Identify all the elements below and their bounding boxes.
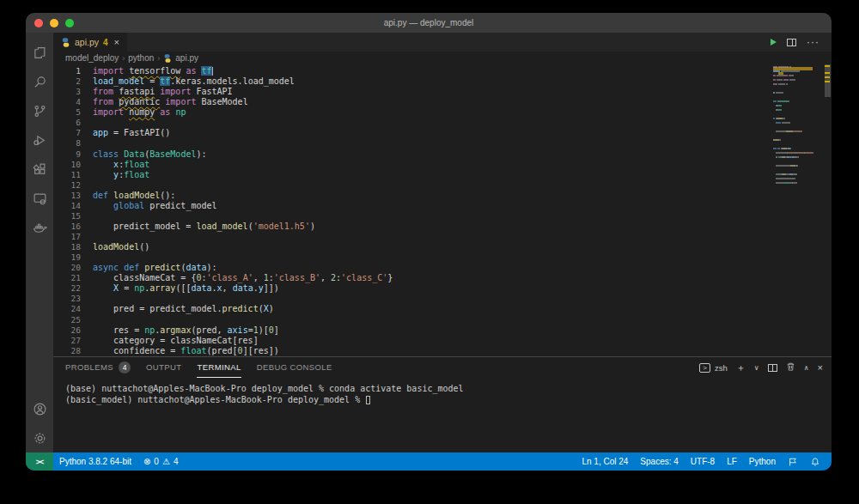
line-number: 27 bbox=[53, 336, 81, 346]
minimap[interactable] bbox=[773, 66, 823, 186]
tab-debug-console[interactable]: DEBUG CONSOLE bbox=[257, 357, 332, 378]
problems-summary[interactable]: ⊗ 0 ⚠ 4 bbox=[137, 452, 184, 471]
terminal-cursor bbox=[366, 396, 370, 404]
tab-bar: api.py 4 × ··· bbox=[53, 33, 832, 52]
code-line[interactable]: 22 X = np.array([[data.x, data.y]]) bbox=[53, 283, 832, 294]
more-actions-icon[interactable]: ··· bbox=[807, 39, 819, 46]
python-interpreter-selector[interactable]: Python 3.8.2 64-bit bbox=[53, 452, 137, 471]
code-line[interactable]: 24 pred = predict_model.predict(X) bbox=[53, 304, 832, 314]
remote-indicator[interactable]: >< bbox=[26, 452, 53, 471]
minimize-window-button[interactable] bbox=[50, 19, 58, 27]
maximize-panel-icon[interactable]: ∧ bbox=[804, 363, 809, 373]
code-line[interactable]: 28 confidence = float(pred[0][res]) bbox=[53, 346, 832, 356]
breadcrumb-folder[interactable]: model_deploy bbox=[65, 53, 119, 63]
code-line[interactable]: 6 bbox=[53, 118, 832, 128]
code-line[interactable]: 14 global predict_model bbox=[53, 201, 832, 211]
tab-terminal[interactable]: TERMINAL bbox=[197, 357, 241, 378]
tab-problems[interactable]: PROBLEMS 4 bbox=[65, 357, 131, 378]
encoding-setting[interactable]: UTF-8 bbox=[685, 452, 721, 471]
line-number: 2 bbox=[53, 76, 81, 87]
line-number: 4 bbox=[53, 97, 81, 107]
terminal-output[interactable]: (base) nuttachot@Apples-MacBook-Pro depl… bbox=[53, 378, 832, 452]
line-number: 13 bbox=[53, 191, 81, 201]
error-count: 0 bbox=[154, 457, 159, 466]
code-line[interactable]: 8 bbox=[53, 138, 832, 149]
run-and-debug-icon[interactable] bbox=[26, 125, 53, 155]
warnings-icon: ⚠ bbox=[162, 457, 170, 466]
line-number: 21 bbox=[53, 273, 81, 283]
kill-terminal-icon[interactable] bbox=[786, 360, 795, 375]
line-number: 5 bbox=[53, 107, 81, 118]
panel-header: PROBLEMS 4 OUTPUT TERMINAL DEBUG CONSOLE… bbox=[53, 357, 832, 378]
line-number: 16 bbox=[53, 222, 81, 232]
code-line[interactable]: 4from pydantic import BaseModel bbox=[53, 97, 832, 107]
eol-setting[interactable]: LF bbox=[721, 452, 743, 471]
code-line[interactable]: 27 category = classNameCat[res] bbox=[53, 336, 832, 346]
code-editor[interactable]: 1import tensorflow as tf2load_model = tf… bbox=[53, 64, 832, 356]
code-line[interactable]: 10 x:float bbox=[53, 160, 832, 170]
line-number: 8 bbox=[53, 138, 81, 149]
language-mode[interactable]: Python bbox=[743, 452, 782, 471]
close-window-button[interactable] bbox=[34, 19, 43, 27]
code-line[interactable]: 11 y:float bbox=[53, 170, 832, 180]
code-line[interactable]: 17 bbox=[53, 232, 832, 242]
feedback-icon[interactable] bbox=[782, 452, 804, 471]
code-line[interactable]: 13def loadModel(): bbox=[53, 191, 832, 201]
tab-api-py[interactable]: api.py 4 × bbox=[53, 33, 127, 52]
overview-ruler[interactable] bbox=[824, 64, 832, 356]
code-line[interactable]: 25 bbox=[53, 315, 832, 325]
window-title: api.py — deploy_model bbox=[384, 18, 474, 27]
tab-output[interactable]: OUTPUT bbox=[146, 357, 181, 378]
code-line[interactable]: 15 bbox=[53, 211, 832, 222]
code-line[interactable]: 26 res = np.argmax(pred, axis=1)[0] bbox=[53, 325, 832, 336]
code-line[interactable]: 5import numpy as np bbox=[53, 107, 832, 118]
code-line[interactable]: 16 predict_model = load_model('model1.h5… bbox=[53, 222, 832, 232]
code-line[interactable]: 9class Data(BaseModel): bbox=[53, 149, 832, 160]
account-icon[interactable] bbox=[26, 394, 53, 423]
docker-icon[interactable] bbox=[26, 213, 53, 242]
code-line[interactable]: 20async def predict(data): bbox=[53, 263, 832, 273]
code-line[interactable]: 19 bbox=[53, 252, 832, 263]
line-number: 23 bbox=[53, 294, 81, 304]
tab-close-icon[interactable]: × bbox=[114, 37, 119, 47]
close-panel-icon[interactable]: × bbox=[818, 363, 823, 373]
code-line[interactable]: 21 classNameCat = {0:'class_A', 1:'class… bbox=[53, 273, 832, 283]
line-number: 12 bbox=[53, 180, 81, 191]
line-number: 24 bbox=[53, 304, 81, 314]
zoom-window-button[interactable] bbox=[65, 19, 74, 27]
breadcrumb-separator: › bbox=[157, 54, 160, 63]
breadcrumb-subfolder[interactable]: python bbox=[128, 53, 154, 63]
terminal-dropdown-chevron-icon[interactable]: ∨ bbox=[754, 363, 759, 373]
new-terminal-icon[interactable]: ＋ bbox=[736, 363, 746, 373]
code-line[interactable]: 23 bbox=[53, 294, 832, 304]
terminal-line: (base) nuttachot@Apples-MacBook-Pro depl… bbox=[65, 384, 832, 395]
code-line[interactable]: 18loadModel() bbox=[53, 242, 832, 252]
line-number: 26 bbox=[53, 325, 81, 336]
run-python-file-icon[interactable] bbox=[771, 39, 777, 46]
title-bar: api.py — deploy_model bbox=[26, 13, 832, 33]
code-line[interactable]: 12 bbox=[53, 180, 832, 191]
indentation-setting[interactable]: Spaces: 4 bbox=[634, 452, 684, 471]
line-number: 3 bbox=[53, 87, 81, 97]
code-line[interactable]: 2load_model = tf.keras.models.load_model bbox=[53, 76, 832, 87]
split-editor-icon[interactable] bbox=[787, 39, 796, 46]
extensions-icon[interactable] bbox=[26, 155, 53, 184]
settings-gear-icon[interactable] bbox=[26, 423, 53, 452]
cursor-position[interactable]: Ln 1, Col 24 bbox=[576, 452, 634, 471]
terminal-profile-icon[interactable]: > bbox=[699, 363, 710, 373]
line-number: 25 bbox=[53, 315, 81, 325]
code-line[interactable]: 1import tensorflow as tf bbox=[53, 66, 832, 76]
source-control-icon[interactable] bbox=[26, 96, 53, 125]
code-line[interactable]: 3from fastapi import FastAPI bbox=[53, 87, 832, 97]
search-icon[interactable] bbox=[26, 67, 53, 96]
terminal-line: (basic_model) nuttachot@Apples-MacBook-P… bbox=[65, 395, 832, 406]
code-line[interactable]: 7app = FastAPI() bbox=[53, 128, 832, 138]
line-number: 17 bbox=[53, 232, 81, 242]
notifications-bell-icon[interactable] bbox=[804, 452, 826, 471]
bottom-panel: PROBLEMS 4 OUTPUT TERMINAL DEBUG CONSOLE… bbox=[53, 356, 832, 452]
window-controls bbox=[34, 19, 74, 27]
breadcrumb-file[interactable]: api.py bbox=[175, 53, 198, 63]
remote-explorer-icon[interactable] bbox=[26, 184, 53, 213]
split-terminal-icon[interactable] bbox=[768, 364, 777, 372]
explorer-icon[interactable] bbox=[26, 38, 53, 67]
